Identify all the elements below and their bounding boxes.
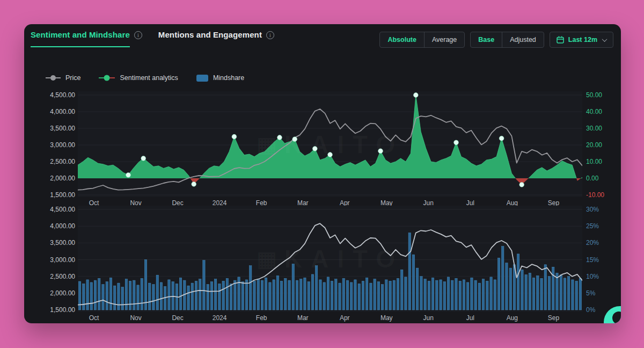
page: { "header": { "tabs": [ {"label": "Senti…: [0, 0, 644, 348]
calendar-icon: [557, 36, 564, 44]
legend-item-sentiment-analytics[interactable]: Sentiment analytics: [99, 74, 178, 82]
chart-legend: Price Sentiment analytics Mindshare: [46, 73, 244, 83]
date-range-select[interactable]: Last 12m: [550, 32, 613, 48]
adjusted-button[interactable]: Adjusted: [502, 32, 544, 47]
axis-tick-label: 4,000.00: [50, 222, 75, 230]
x-axis-tick-label: Jul: [466, 314, 474, 322]
axis-tick-label: 4,500.00: [50, 205, 75, 214]
axis-tick-label: 2,500.00: [50, 272, 75, 281]
x-axis-tick-label: Aug: [507, 314, 518, 322]
x-axis-tick-label: May: [380, 314, 393, 322]
x-axis-tick-label: Oct: [89, 314, 99, 322]
x-axis-tick-label: Jun: [423, 314, 434, 322]
axis-tick-label: 3,000.00: [50, 256, 75, 264]
axis-tick-label: 1,500.00: [50, 191, 75, 199]
axis-tick-label: 4,000.00: [50, 107, 75, 116]
month-axis: OctNovDec2024FebMarAprMayJunJulAugSep: [78, 314, 582, 323]
axis-tick-label: 10.00: [586, 157, 602, 166]
average-button[interactable]: Average: [424, 32, 464, 47]
date-range-label: Last 12m: [568, 36, 597, 44]
axis-tick-label: 20.00: [586, 141, 602, 149]
legend-label: Price: [65, 74, 80, 82]
axis-tick-label: 3,000.00: [50, 141, 75, 149]
axis-tick-label: 30.00: [586, 124, 602, 133]
axis-tick-label: 2,000.00: [50, 174, 75, 183]
x-axis-tick-label: Sep: [548, 314, 559, 322]
absolute-average-toggle: Absolute Average: [379, 32, 465, 48]
mindshare-chart-plot[interactable]: KAITO: [78, 206, 582, 312]
axis-tick-label: 2,000.00: [50, 289, 75, 298]
info-icon[interactable]: [266, 31, 274, 39]
chevron-down-icon: [602, 37, 608, 42]
legend-item-mindshare[interactable]: Mindshare: [196, 74, 244, 82]
price-swatch-icon: [46, 77, 61, 78]
sentiment-chart-plot[interactable]: KAITO: [78, 91, 582, 197]
axis-tick-label: 4,500.00: [50, 91, 75, 99]
sentiment-swatch-icon: [99, 77, 115, 78]
axis-tick-label: 20%: [586, 238, 599, 247]
analytics-card: Sentiment and Mindshare Mentions and Eng…: [24, 24, 621, 323]
axis-tick-label: 15%: [586, 256, 599, 264]
tab-sentiment-and-mindshare[interactable]: Sentiment and Mindshare: [31, 30, 142, 47]
legend-label: Sentiment analytics: [120, 74, 178, 82]
axis-tick-label: 0%: [586, 306, 595, 314]
tab-label: Sentiment and Mindshare: [31, 30, 130, 47]
axis-tick-label: 3,500.00: [50, 238, 75, 247]
chart-controls: Absolute Average Base Adjusted Last 12m: [379, 32, 613, 48]
sentiment-price-chart[interactable]: 4,500.004,000.003,500.003,000.002,500.00…: [24, 91, 621, 209]
tab-bar: Sentiment and Mindshare Mentions and Eng…: [31, 30, 274, 47]
x-axis-tick-label: Feb: [256, 314, 267, 322]
mindshare-price-chart[interactable]: 4,500.004,000.003,500.003,000.002,500.00…: [24, 206, 621, 323]
axis-tick-label: 50.00: [586, 91, 602, 99]
axis-tick-label: -10.00: [586, 191, 604, 199]
legend-label: Mindshare: [213, 74, 244, 82]
x-axis-tick-label: Mar: [297, 314, 309, 322]
info-icon[interactable]: [134, 31, 142, 39]
absolute-button[interactable]: Absolute: [380, 32, 423, 47]
tab-mentions-and-engagement[interactable]: Mentions and Engagement: [158, 30, 274, 47]
axis-tick-label: 3,500.00: [50, 124, 75, 133]
axis-tick-label: 10%: [586, 272, 599, 281]
axis-tick-label: 1,500.00: [50, 306, 75, 314]
axis-tick-label: 0.00: [586, 174, 598, 183]
tab-label: Mentions and Engagement: [158, 30, 262, 46]
axis-tick-label: 5%: [586, 289, 595, 298]
axis-tick-label: 30%: [586, 205, 599, 214]
axis-tick-label: 2,500.00: [50, 157, 75, 166]
mindshare-swatch-icon: [196, 75, 208, 82]
x-axis-tick-label: 2024: [213, 314, 227, 322]
legend-item-price[interactable]: Price: [46, 74, 80, 82]
base-button[interactable]: Base: [471, 32, 502, 47]
x-axis-tick-label: Apr: [340, 314, 350, 322]
base-adjusted-toggle: Base Adjusted: [470, 32, 544, 48]
axis-tick-label: 40.00: [586, 107, 602, 116]
axis-tick-label: 25%: [586, 222, 599, 230]
x-axis-tick-label: Nov: [130, 314, 141, 322]
x-axis-tick-label: Dec: [172, 314, 183, 322]
